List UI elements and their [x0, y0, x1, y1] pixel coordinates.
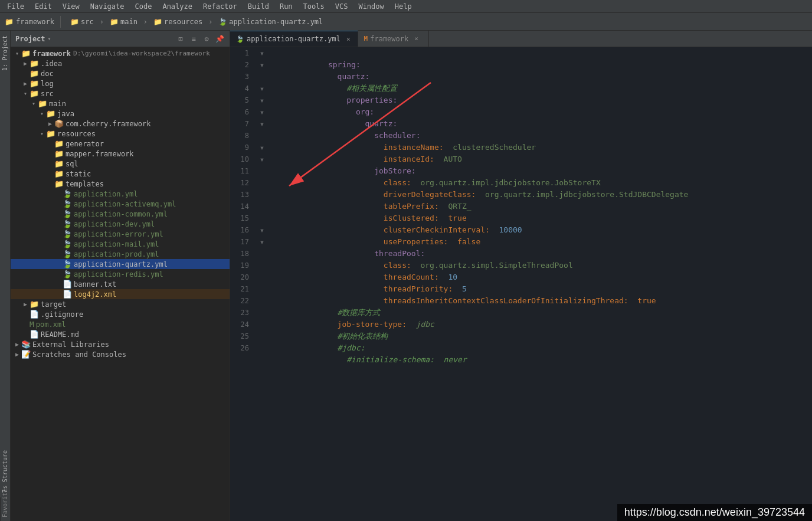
editor-area: 🍃 application-quartz.yml × M framework ×… — [230, 31, 812, 521]
project-label: framework — [16, 18, 54, 26]
tab-quartz-label: application-quartz.yml — [247, 35, 340, 43]
panel-dropdown-icon[interactable]: ▾ — [48, 35, 51, 42]
tree-item-quartz-yml[interactable]: 🍃 application-quartz.yml — [11, 259, 230, 269]
yaml-icon-app: 🍃 — [63, 189, 72, 198]
tree-label-redis-yml: application-redis.yml — [74, 270, 163, 278]
panel-settings-btn[interactable]: ⚙ — [201, 34, 212, 44]
breadcrumb-main[interactable]: 📁 main — [106, 17, 141, 27]
tree-item-package[interactable]: ▶ 📦 com.cherry.framework — [11, 119, 230, 129]
project-toolbar[interactable]: 📁 framework — [5, 18, 54, 26]
tree-item-java[interactable]: ▾ 📁 java — [11, 109, 230, 119]
gutter-7[interactable]: ▾ — [254, 118, 270, 130]
tree-item-common-yml[interactable]: 🍃 application-common.yml — [11, 209, 230, 219]
tree-item-error-yml[interactable]: 🍃 application-error.yml — [11, 229, 230, 239]
gutter-5[interactable]: ▾ — [254, 94, 270, 106]
tree-item-banner-txt[interactable]: 📄 banner.txt — [11, 279, 230, 289]
menu-item-run[interactable]: Run — [275, 1, 297, 12]
sidebar-tab-project[interactable]: 1: Project — [0, 31, 10, 76]
yaml-icon-quartz: 🍃 — [63, 260, 72, 268]
tree-item-idea[interactable]: ▶ 📁 .idea — [11, 58, 230, 68]
tree-item-external-libs[interactable]: ▶ 📚 External Libraries — [11, 339, 230, 349]
menu-item-refactor[interactable]: Refactor — [198, 1, 242, 12]
menu-item-help[interactable]: Help — [390, 1, 417, 12]
gutter-10[interactable]: ▾ — [254, 153, 270, 165]
tab-quartz-close[interactable]: × — [345, 35, 352, 44]
tree-item-sql[interactable]: ▶ 📁 sql — [11, 159, 230, 169]
breadcrumb-file[interactable]: 🍃 application-quartz.yml — [215, 17, 326, 27]
folder-icon-doc: 📁 — [30, 69, 39, 78]
sidebar-tab-favorites[interactable]: Favorites — [0, 497, 10, 521]
gutter-17[interactable]: ▾ — [254, 236, 270, 248]
tree-item-src[interactable]: ▾ 📁 src — [11, 89, 230, 99]
tree-label-static: static — [66, 170, 91, 178]
tree-item-gitignore[interactable]: 📄 .gitignore — [11, 309, 230, 319]
menu-item-code[interactable]: Code — [130, 1, 157, 12]
gutter-2[interactable]: ▾ — [254, 59, 270, 71]
code-content[interactable]: spring: quartz: #相关属性配置 properties: org: — [270, 47, 812, 521]
panel-sync-btn[interactable]: ⊡ — [175, 34, 186, 44]
menu-item-window[interactable]: Window — [353, 1, 388, 12]
menu-item-view[interactable]: View — [58, 1, 84, 12]
gutter-4[interactable]: ▾ — [254, 83, 270, 94]
gutter-16[interactable]: ▾ — [254, 224, 270, 236]
tree-item-resources[interactable]: ▾ 📁 resources — [11, 129, 230, 139]
code-comment-3: #相关属性配置 — [346, 84, 397, 93]
tree-item-redis-yml[interactable]: 🍃 application-redis.yml — [11, 269, 230, 279]
breadcrumb-src[interactable]: 📁 src — [67, 17, 97, 27]
breadcrumb-resources[interactable]: 📁 resources — [150, 17, 206, 27]
tree-item-activemq-yml[interactable]: 🍃 application-activemq.yml — [11, 199, 230, 209]
arrow-scratches: ▶ — [13, 351, 21, 358]
panel-collapse-btn[interactable]: ≡ — [188, 34, 199, 44]
panel-pin-btn[interactable]: 📌 — [214, 34, 225, 44]
tree-item-templates[interactable]: ▶ 📁 templates — [11, 179, 230, 189]
gutter-1[interactable]: ▾ — [254, 47, 270, 59]
tree-item-static[interactable]: ▶ 📁 static — [11, 169, 230, 179]
folder-icon-java: 📁 — [46, 109, 55, 118]
tree-item-log[interactable]: ▶ 📁 log — [11, 78, 230, 89]
arrow-ext-libs: ▶ — [13, 341, 21, 348]
gutter-6[interactable]: ▾ — [254, 106, 270, 118]
tab-framework[interactable]: M framework × — [358, 31, 429, 47]
editor-gutter: ▾ ▾ ▾ ▾ ▾ ▾ ▾ ▾ ▾ ▾ — [254, 47, 270, 521]
tree-item-application-yml[interactable]: 🍃 application.yml — [11, 189, 230, 199]
tree-item-pom-xml[interactable]: M pom.xml — [11, 319, 230, 329]
ln-11: 11 — [230, 165, 249, 177]
tree-item-framework[interactable]: ▾ 📁 framework D:\gyoomi\idea-workspace2\… — [11, 48, 230, 58]
gutter-9[interactable]: ▾ — [254, 142, 270, 153]
tree-item-readme[interactable]: 📄 README.md — [11, 329, 230, 339]
tree-item-log4j2-xml[interactable]: 📄 log4j2.xml — [11, 289, 230, 299]
line-numbers: 1 2 3 4 5 6 7 8 9 10 11 12 13 14 15 16 1 — [230, 47, 254, 521]
tree-label-sql: sql — [66, 160, 78, 168]
menu-item-edit[interactable]: Edit — [30, 1, 57, 12]
gutter-11 — [254, 165, 270, 177]
menu-item-vcs[interactable]: VCS — [330, 1, 353, 12]
ln-7: 7 — [230, 118, 249, 130]
tree-item-mapper[interactable]: ▶ 📁 mapper.framework — [11, 149, 230, 159]
tree-item-scratches[interactable]: ▶ 📝 Scratches and Consoles — [11, 349, 230, 359]
code-key-threadpriority: threadPriority: — [384, 284, 453, 293]
editor-wrapper: 1 2 3 4 5 6 7 8 9 10 11 12 13 14 15 16 1 — [230, 47, 812, 521]
tree-item-prod-yml[interactable]: 🍃 application-prod.yml — [11, 249, 230, 259]
tree-item-main[interactable]: ▾ 📁 main — [11, 99, 230, 109]
ln-6: 6 — [230, 106, 249, 118]
menu-item-analyze[interactable]: Analyze — [158, 1, 197, 12]
menu-item-build[interactable]: Build — [243, 1, 274, 12]
gutter-3 — [254, 71, 270, 83]
menu-item-tools[interactable]: Tools — [299, 1, 329, 12]
tree-label-framework: framework — [32, 50, 71, 58]
code-key-properties: properties: — [346, 96, 397, 104]
code-editor[interactable]: 1 2 3 4 5 6 7 8 9 10 11 12 13 14 15 16 1 — [230, 47, 812, 521]
menu-item-file[interactable]: File — [2, 1, 29, 12]
tree-label-mapper: mapper.framework — [66, 150, 134, 158]
tree-item-generator[interactable]: ▶ 📁 generator — [11, 139, 230, 149]
ln-5: 5 — [230, 94, 249, 106]
tab-quartz-yml[interactable]: 🍃 application-quartz.yml × — [230, 31, 358, 47]
tree-item-mail-yml[interactable]: 🍃 application-mail.yml — [11, 239, 230, 249]
code-key-instancename: instanceName: — [384, 143, 444, 152]
tab-framework-close[interactable]: × — [413, 34, 420, 43]
tree-item-target[interactable]: ▶ 📁 target — [11, 299, 230, 309]
tree-item-doc[interactable]: ▶ 📁 doc — [11, 68, 230, 78]
folder-icon-resources: 📁 — [153, 18, 162, 26]
tree-item-dev-yml[interactable]: 🍃 application-dev.yml — [11, 219, 230, 229]
menu-item-navigate[interactable]: Navigate — [86, 1, 129, 12]
